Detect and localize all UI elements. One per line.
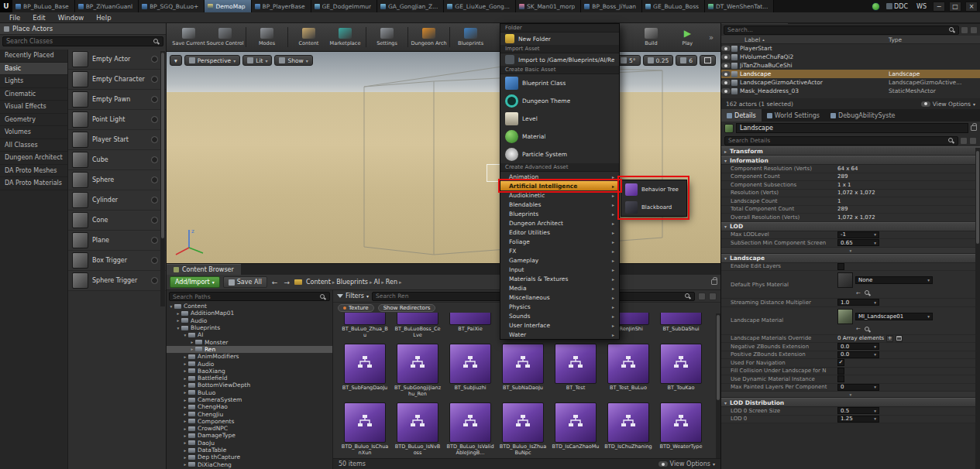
tree-expand-arrow-icon[interactable]: ▸ bbox=[182, 462, 188, 467]
filter-icon[interactable] bbox=[961, 26, 968, 34]
asset-btd-weatertype[interactable]: BTD_WeaterType bbox=[657, 402, 705, 450]
expand-more-bar[interactable]: ▾ bbox=[721, 392, 980, 398]
browse-to-icon[interactable]: ← bbox=[856, 290, 861, 296]
menu-item-physics[interactable]: Physics▸ bbox=[500, 302, 619, 311]
place-actors-scrollbar[interactable] bbox=[160, 51, 165, 306]
editor-tab-ge-dodgeimmur[interactable]: GE_DodgeImmur bbox=[311, 0, 377, 12]
viewport-perspective-button[interactable]: Perspective▾ bbox=[184, 55, 240, 66]
tree-expand-arrow-icon[interactable]: ▸ bbox=[189, 347, 195, 351]
menu-item-water[interactable]: Water▸ bbox=[500, 330, 619, 339]
close-button[interactable]: × bbox=[965, 2, 978, 12]
minimize-button[interactable]: − bbox=[933, 2, 945, 12]
lock-icon[interactable] bbox=[971, 125, 977, 131]
menu-item-fx[interactable]: FX▸ bbox=[500, 246, 619, 255]
tree-expand-arrow-icon[interactable]: ▸ bbox=[182, 368, 188, 373]
folder-battlefield[interactable]: ▸Battlefield bbox=[167, 375, 332, 382]
save-all-button[interactable]: Save All bbox=[223, 276, 267, 288]
tree-expand-arrow-icon[interactable]: ▸ bbox=[182, 433, 188, 438]
section-transform[interactable]: ▸Transform bbox=[721, 146, 980, 156]
breadcrumb-ren[interactable]: Ren bbox=[385, 279, 398, 286]
visibility-eye-icon[interactable] bbox=[721, 54, 731, 60]
folder-camerasystem[interactable]: ▸CameraSystem bbox=[167, 396, 332, 403]
visibility-eye-icon[interactable] bbox=[721, 46, 731, 51]
find-icon[interactable] bbox=[864, 326, 871, 333]
toolbar-source-control-button[interactable]: Source Control bbox=[207, 24, 243, 50]
breadcrumb-blueprints[interactable]: Blueprints bbox=[335, 279, 369, 286]
checkbox[interactable] bbox=[837, 375, 844, 382]
breadcrumb-ai[interactable]: AI bbox=[373, 279, 380, 286]
editor-tab-ge-liuxue-gong[interactable]: GE_LiuXue_Gong... bbox=[444, 0, 516, 12]
section-landscape[interactable]: ▾Landscape bbox=[721, 254, 980, 263]
value-spinbox[interactable]: 1.25▾ bbox=[837, 416, 879, 423]
breadcrumb-content[interactable]: Content bbox=[305, 279, 332, 286]
filters-button[interactable]: Filters ▾ bbox=[337, 293, 369, 300]
folder-monster[interactable]: ▸Monster bbox=[167, 338, 332, 345]
outliner-row-jitanzhuabuceshi[interactable]: JiTanZhuaBuCeShi bbox=[721, 61, 980, 70]
checkbox[interactable] bbox=[837, 263, 844, 270]
submenu-item-blackboard[interactable]: Blackboard bbox=[621, 198, 686, 216]
folder-additionmap01[interactable]: ▸AdditionMap01 bbox=[167, 310, 332, 317]
asset-bt-paixie[interactable]: BT_PaiXie bbox=[446, 313, 494, 333]
tree-expand-arrow-icon[interactable]: ▸ bbox=[182, 390, 188, 395]
asset-btd-buluo-iszhuabunpc[interactable]: BTD_Buluo_IsZhuaBuNpc bbox=[499, 402, 547, 456]
menubar-item-edit[interactable]: Edit bbox=[26, 14, 51, 22]
tree-expand-arrow-icon[interactable]: ▸ bbox=[182, 426, 188, 431]
outliner-row-landscapegizmoactiveactor[interactable]: LandscapeGizmoActiveActorLandscapeGizmoA… bbox=[721, 78, 980, 87]
asset-bt-buluoboss-celve[interactable]: BT_BuLuoBoss_CeLve bbox=[394, 313, 442, 338]
place-actor-sphere[interactable]: Sphere bbox=[68, 170, 166, 190]
menu-item-animation[interactable]: Animation▸ bbox=[500, 172, 619, 181]
checkbox[interactable]: ✓ bbox=[837, 359, 844, 366]
folder-chengjiu[interactable]: ▸ChengJiu bbox=[167, 410, 332, 417]
expand-more-bar[interactable]: ▾ bbox=[721, 248, 980, 254]
category-geometry[interactable]: Geometry bbox=[0, 114, 67, 127]
editor-tab-dt-wenshentat[interactable]: DT_WenShenTat... bbox=[705, 0, 774, 12]
menu-item-audiokinetic[interactable]: Audiokinetic▸ bbox=[500, 190, 619, 200]
toolbar-blueprints-button[interactable]: Blueprints bbox=[452, 24, 489, 50]
forward-button[interactable]: → bbox=[282, 279, 291, 286]
menu-item-foliage[interactable]: Foliage▸ bbox=[500, 237, 619, 246]
tree-expand-arrow-icon[interactable]: ▾ bbox=[182, 333, 188, 337]
place-actor-cylinder[interactable]: Cylinder bbox=[68, 190, 166, 211]
menu-item-miscellaneous[interactable]: Miscellaneous▸ bbox=[500, 293, 619, 302]
tree-expand-arrow-icon[interactable]: ▸ bbox=[182, 455, 188, 460]
search-classes-input[interactable]: Search Classes bbox=[2, 36, 163, 46]
folder-components[interactable]: ▸Components bbox=[167, 418, 332, 425]
tree-expand-arrow-icon[interactable]: ▾ bbox=[175, 326, 181, 330]
value-spinbox[interactable]: 0.0▾ bbox=[837, 343, 879, 350]
folder-ai[interactable]: ▾AI bbox=[167, 331, 332, 338]
value-spinbox[interactable]: 0.65▾ bbox=[837, 239, 879, 246]
find-icon[interactable] bbox=[864, 289, 871, 296]
viewport[interactable]: z ▾Perspective▾Lit▾Show▾ 55°0.256 bbox=[167, 52, 720, 263]
search-details-input[interactable]: Search Details bbox=[724, 136, 958, 145]
editor-tab-bp-boss-jiyuan[interactable]: BP_Boss_JiYuan bbox=[581, 0, 642, 12]
editor-tab-bp-ziyuanguanl[interactable]: BP_ZiYuanGuanl bbox=[75, 0, 139, 12]
search-paths-input[interactable]: Search Paths bbox=[169, 292, 330, 301]
outliner-row-hvolumechufaqi2[interactable]: HVolumeChuFaQi2 bbox=[721, 53, 980, 61]
editor-tab-demomap[interactable]: DemoMap bbox=[205, 0, 251, 12]
menu-item-gameplay[interactable]: Gameplay▸ bbox=[500, 255, 619, 265]
display-filter-icon[interactable] bbox=[969, 137, 977, 145]
menu-item-particle-system[interactable]: Particle System bbox=[500, 145, 619, 163]
back-button[interactable]: ← bbox=[270, 279, 280, 286]
folder-blueprints[interactable]: ▾Blueprints bbox=[167, 324, 332, 331]
details-tab-world-settings[interactable]: World Settings bbox=[762, 109, 825, 122]
tree-expand-arrow-icon[interactable]: ▸ bbox=[182, 361, 188, 366]
menu-item-material[interactable]: Material bbox=[500, 128, 619, 145]
tree-expand-arrow-icon[interactable]: ▸ bbox=[182, 398, 188, 402]
asset-bt-subdashui[interactable]: BT_SubDaShui bbox=[657, 313, 705, 333]
folder-baoxiang[interactable]: ▸BaoXiang bbox=[167, 368, 332, 375]
place-actor-empty-character[interactable]: Empty Character bbox=[68, 70, 166, 90]
ws-button[interactable]: WS bbox=[914, 3, 929, 10]
outliner-row-playerstart[interactable]: PlayerStart bbox=[721, 44, 980, 53]
menu-item-input[interactable]: Input▸ bbox=[500, 265, 619, 274]
value-spinbox[interactable]: -1▾ bbox=[837, 231, 879, 238]
outliner-row-mask-headdress-03[interactable]: Mask_Headdress_03StaticMeshActor bbox=[721, 87, 980, 95]
asset-bt-toukao[interactable]: BT_TouKao bbox=[657, 344, 705, 392]
settings-icon[interactable] bbox=[709, 293, 717, 300]
browse-to-icon[interactable]: ← bbox=[856, 326, 861, 332]
toolbar-modes-button[interactable]: Modes bbox=[249, 24, 285, 50]
selected-object-name[interactable]: Landscape bbox=[736, 123, 968, 133]
menubar-item-file[interactable]: File bbox=[3, 14, 26, 22]
folder-audio[interactable]: ▸Audio bbox=[167, 360, 332, 367]
tree-expand-arrow-icon[interactable]: ▸ bbox=[182, 419, 188, 423]
